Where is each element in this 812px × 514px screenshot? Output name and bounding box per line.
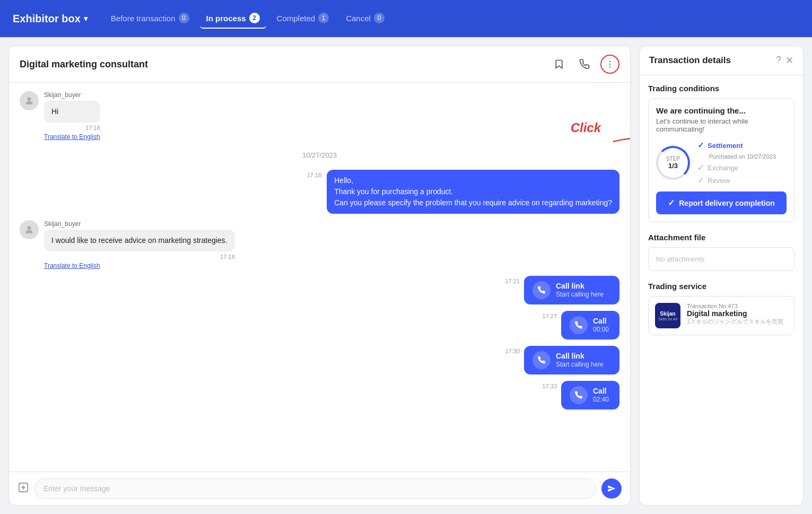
- send-button[interactable]: [601, 478, 622, 499]
- message-time: 17:18: [307, 172, 322, 178]
- sender-name: Skijan_buyer: [44, 91, 100, 99]
- call-bubble[interactable]: Call 02:40: [561, 381, 619, 410]
- call-phone-icon: [570, 386, 588, 404]
- nav-tab-cancel[interactable]: Cancel0: [339, 8, 391, 29]
- step-circle: STEP 1/3: [656, 146, 690, 180]
- panel-header-icons: ? ✕: [776, 55, 793, 66]
- no-attachments-text: No attachments.: [656, 255, 706, 263]
- report-btn-label: Report delivery completion: [679, 199, 774, 207]
- trading-conditions-section: Trading conditions We are continuing the…: [648, 84, 794, 222]
- nav-tab-in-process[interactable]: In process2: [200, 8, 266, 29]
- chat-header-icons: [549, 55, 619, 74]
- report-delivery-button[interactable]: ✓ Report delivery completion: [656, 191, 787, 214]
- service-card: Skijan Skills for All Transaction No:473…: [648, 296, 794, 335]
- settlement-label: Settlement: [708, 142, 743, 150]
- trading-card: We are continuing the... Let's continue …: [648, 98, 794, 222]
- message-time: 17:30: [505, 348, 520, 354]
- service-info: Transaction No:473 Digital marketing 1スキ…: [687, 303, 788, 326]
- trading-service-section: Trading service Skijan Skills for All Tr…: [648, 282, 794, 335]
- message-time: 17:18: [220, 254, 235, 260]
- chat-messages: Skijan_buyer Hi 17:18 Translate to Engli…: [9, 83, 630, 472]
- call-text: Call 02:40: [593, 386, 609, 404]
- nav-tab-badge: 0: [179, 13, 189, 23]
- nav-tab-label: Completed: [277, 14, 316, 23]
- review-item: ✓ Review: [697, 176, 776, 185]
- msg-content: Skijan_buyer Hi 17:18 Translate to Engli…: [44, 91, 100, 141]
- step-label: STEP: [666, 156, 680, 162]
- service-name: Digital marketing: [687, 309, 788, 318]
- menu-icon[interactable]: [600, 55, 619, 74]
- panel-title: Transaction details: [649, 55, 731, 66]
- call-phone-icon: [532, 351, 551, 369]
- call-link-bubble[interactable]: Call link Start calling here: [524, 346, 619, 374]
- bookmark-icon[interactable]: [549, 55, 569, 74]
- attachment-box: No attachments.: [648, 247, 794, 271]
- avatar: [20, 91, 39, 110]
- trading-card-title: We are continuing the...: [656, 106, 787, 115]
- message-time: 17:21: [505, 278, 520, 284]
- message-input[interactable]: [34, 478, 596, 499]
- review-label: Review: [708, 177, 730, 185]
- brand-logo[interactable]: Exhibitor box ▾: [13, 13, 88, 25]
- message-bubble: Hi: [44, 101, 100, 123]
- service-logo-name: Skijan: [660, 311, 675, 317]
- attachment-section: Attachment file No attachments.: [648, 233, 794, 271]
- exchange-check-icon: ✓: [697, 163, 704, 172]
- date-divider: 10/27/2023: [20, 151, 619, 159]
- svg-point-1: [609, 64, 610, 65]
- msg-content: Skijan_buyer I would like to receive adv…: [44, 220, 235, 269]
- settlement-check-icon: ✓: [697, 141, 704, 150]
- avatar: [20, 220, 39, 239]
- trading-card-sub: Let's continue to interact while communi…: [656, 117, 787, 133]
- report-check-icon: ✓: [668, 198, 675, 208]
- step-row: STEP 1/3 ✓ Settlement Purchased on 10/27…: [656, 141, 787, 185]
- call-bubble[interactable]: Call 00:00: [561, 311, 619, 339]
- right-panel: Transaction details ? ✕ Trading conditio…: [639, 46, 804, 506]
- message-sent: 17:18 Hello,Thank you for purchasing a p…: [20, 170, 619, 214]
- nav-tab-before-transaction[interactable]: Before transaction0: [104, 8, 196, 29]
- panel-header: Transaction details ? ✕: [640, 46, 803, 75]
- attachment-title: Attachment file: [648, 233, 794, 242]
- message-time: 17:18: [85, 125, 100, 131]
- message-bubble: I would like to receive advice on market…: [44, 230, 235, 251]
- sender-name: Skijan_buyer: [44, 220, 235, 228]
- chat-input-area: [9, 472, 630, 505]
- attach-button[interactable]: [18, 482, 29, 496]
- purchased-info: Purchased on 10/27/2023: [709, 153, 776, 160]
- call-text: Call link Start calling here: [556, 351, 604, 369]
- nav-tab-completed[interactable]: Completed1: [270, 8, 336, 29]
- call-text: Call 00:00: [593, 316, 609, 334]
- nav-tab-badge: 0: [374, 13, 385, 23]
- settlement-item: ✓ Settlement: [697, 141, 776, 150]
- step-num: 1/3: [668, 162, 678, 170]
- call-link-row: 17:30 Call link Start calling here: [20, 346, 619, 374]
- call-row: 17:27 Call 00:00: [20, 311, 619, 339]
- brand-dropdown-icon[interactable]: ▾: [84, 14, 88, 23]
- svg-point-3: [28, 97, 31, 101]
- call-link-bubble[interactable]: Call link Start calling here: [524, 276, 619, 304]
- step-items: ✓ Settlement Purchased on 10/27/2023 ✓ E…: [697, 141, 776, 185]
- chat-title: Digital marketing consultant: [20, 59, 148, 70]
- chat-panel: Click Digital marketing consultant: [8, 46, 631, 506]
- phone-icon[interactable]: [575, 55, 594, 74]
- help-icon[interactable]: ?: [776, 55, 781, 66]
- top-nav: Exhibitor box ▾ Before transaction0In pr…: [0, 0, 812, 37]
- nav-tabs: Before transaction0In process2Completed1…: [104, 8, 391, 29]
- svg-point-2: [609, 66, 610, 67]
- nav-tab-badge: 1: [318, 13, 329, 23]
- message-received: Skijan_buyer Hi 17:18 Translate to Engli…: [20, 91, 619, 141]
- message-time: 17:33: [542, 383, 557, 389]
- message-bubble: Hello,Thank you for purchasing a product…: [327, 170, 619, 214]
- close-icon[interactable]: ✕: [785, 55, 793, 66]
- translate-link[interactable]: Translate to English: [44, 133, 100, 141]
- exchange-label: Exchange: [708, 164, 738, 172]
- transaction-no: Transaction No:473: [687, 303, 788, 309]
- nav-tab-label: In process: [206, 14, 246, 23]
- service-logo-sub: Skills for All: [658, 317, 677, 321]
- translate-link[interactable]: Translate to English: [44, 262, 235, 269]
- message-received: Skijan_buyer I would like to receive adv…: [20, 220, 619, 269]
- call-phone-icon: [532, 281, 551, 299]
- nav-tab-badge: 2: [249, 13, 260, 23]
- call-text: Call link Start calling here: [556, 281, 604, 299]
- nav-tab-label: Cancel: [346, 14, 371, 23]
